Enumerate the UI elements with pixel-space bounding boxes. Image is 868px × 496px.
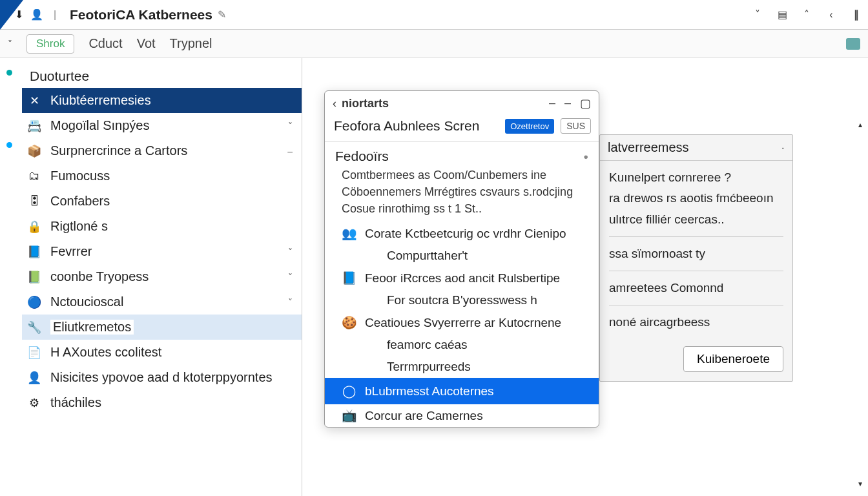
details-line-3: ssa sïmornoast ty [609, 243, 783, 264]
popup-primary-pill[interactable]: Ozettretov [505, 119, 554, 134]
sidebar-item-label: Kiubtéerremesies [50, 93, 151, 108]
popup-row-label: bLubrmesst Aucoternes [365, 384, 494, 398]
popup-back-label[interactable]: niortarts [342, 97, 389, 110]
details-line-4: amreetees Comonnd [609, 278, 783, 298]
popup-row-label: Feoor iRcrces aod ancit Rulsbertipe [365, 271, 560, 285]
popup-section-header: Fedooïrs [335, 149, 389, 164]
sidebar-item-7[interactable]: 📗coonbe Tryopess˅ [22, 264, 302, 289]
popup-row-label: Terrmrpurreeds [387, 360, 471, 374]
sidebar-item-icon: 🔒 [27, 220, 41, 234]
sidebar-item-4[interactable]: 🎛Confabers [22, 189, 302, 214]
app-accent-triangle [0, 0, 23, 30]
popup-row-8[interactable]: 📺Corcur are Camernes [325, 404, 599, 427]
sidebar-item-icon: 🎛 [27, 194, 41, 209]
popup-row-label: Ceatioues Svyerrerre ar Kutocrnene [365, 316, 561, 330]
sidebar-item-icon: 🔧 [27, 320, 41, 335]
sidebar-item-label: tháchiles [50, 395, 101, 410]
popup-min-icon[interactable]: – [549, 96, 555, 110]
popup-row-icon: 📺 [342, 408, 356, 423]
popup-panel: ‹ niortarts – – ▢ Feofora Aubnlees Scren… [324, 90, 599, 428]
details-card: latverreemess · Kuınelpert cornreree ? r… [599, 134, 793, 382]
edit-title-icon[interactable]: ✎ [218, 8, 226, 21]
show-button[interactable]: Shrok [26, 34, 74, 54]
popup-row-label: feamorc caéas [387, 338, 468, 352]
expand-icon[interactable]: ˅ [288, 297, 293, 307]
sidebar-item-8[interactable]: 🔵Nctoucioscal˅ [22, 289, 302, 315]
sidebar-item-label: Eliutkremetos [50, 320, 134, 335]
popup-max-icon[interactable]: ▢ [580, 96, 591, 110]
sidebar-item-icon: 📄 [27, 346, 41, 360]
popup-secondary-pill[interactable]: SUS [561, 118, 591, 134]
sidebar-item-icon: 📗 [27, 270, 41, 284]
popup-row-label: Corcur are Camernes [365, 409, 483, 423]
sidebar-item-label: H AXoutes ccolitest [50, 345, 161, 360]
sidebar-item-label: Mogoïlal Sınpýes [50, 118, 149, 133]
details-card-menu-icon[interactable]: · [781, 140, 785, 155]
expand-icon[interactable]: – [287, 146, 293, 156]
popup-row-icon: 📘 [342, 271, 356, 285]
sidebar-item-icon: 🗂 [27, 169, 41, 183]
sidebar-item-icon: 📦 [27, 144, 41, 158]
window-title: FeotoriCA Katbernees [70, 7, 212, 23]
sidebar-item-11[interactable]: 👤Nisicites ypovoe aad d ktoterppyorntes [22, 365, 302, 390]
popup-title: Feofora Aubnlees Scren [334, 118, 499, 134]
sidebar-item-9[interactable]: 🔧Eliutkremetos [22, 315, 302, 340]
titlebar-dropdown-icon[interactable]: ˅ [752, 9, 763, 21]
sidebar-item-label: coonbe Tryopess [50, 269, 149, 284]
scrollbar-down-icon[interactable]: ▾ [855, 479, 865, 490]
popup-row-icon: 👥 [342, 226, 356, 241]
popup-row-0[interactable]: 👥Corate Kctbeetcurig oc vrdhr Cienipo [325, 222, 599, 245]
sidebar-item-6[interactable]: 📘Fevrrer˅ [22, 239, 302, 264]
details-card-header: latverreemess [608, 140, 689, 155]
sidebar-item-icon: ✕ [27, 94, 41, 108]
popup-row-6[interactable]: Terrmrpurreeds [325, 356, 599, 378]
popup-row-4[interactable]: 🍪Ceatioues Svyerrerre ar Kutocrnene [325, 311, 599, 334]
sidebar-item-label: Fevrrer [50, 244, 92, 259]
rail-indicator-2 [6, 142, 12, 148]
popup-row-1[interactable]: Compurttaher't [325, 245, 599, 267]
popup-description: Comtbermees as Coom/Cunbemers ine Cöboen… [325, 167, 599, 222]
toolbar-tab-0[interactable]: Cduct [88, 36, 122, 51]
rail-indicator-1 [6, 70, 12, 76]
sidebar-item-10[interactable]: 📄H AXoutes ccolitest [22, 340, 302, 365]
expand-icon[interactable]: ˅ [288, 121, 293, 131]
toolbar-right-button[interactable] [846, 38, 860, 50]
popup-mid-icon[interactable]: – [564, 96, 571, 110]
sidebar-item-label: Fumocuss [50, 169, 110, 183]
toolbar-tab-2[interactable]: Trypnel [170, 36, 212, 51]
sidebar-item-icon: 🔵 [27, 295, 41, 309]
sidebar-item-0[interactable]: ✕Kiubtéerremesies [22, 88, 302, 113]
titlebar-back-icon[interactable]: ‹ [825, 9, 837, 21]
details-action-button[interactable]: Kuibeneroete [683, 346, 783, 372]
sidebar-item-5[interactable]: 🔒Rigtloné s [22, 214, 302, 239]
popup-back-icon[interactable]: ‹ [333, 97, 336, 110]
expand-icon[interactable]: ˅ [288, 272, 293, 282]
sidebar-item-3[interactable]: 🗂Fumocuss [22, 163, 302, 189]
scrollbar-up-icon[interactable]: ▴ [855, 120, 865, 130]
sidebar-header: Duoturtee [22, 65, 302, 88]
expand-icon[interactable]: ˅ [288, 247, 293, 257]
sidebar-item-icon: 📘 [27, 245, 41, 259]
sidebar-item-2[interactable]: 📦Surpnercrince a Cartors– [22, 138, 302, 163]
popup-row-7[interactable]: ◯bLubrmesst Aucoternes [325, 378, 599, 404]
popup-section-more-icon[interactable]: ● [583, 152, 588, 161]
sidebar-item-label: Nctoucioscal [50, 294, 123, 309]
details-line-2: ra drewos rs aootis fmćbeeoın ulıtrce fi… [609, 188, 783, 230]
popup-row-3[interactable]: For soutcra B'yoresswess h [325, 289, 599, 311]
title-divider: | [49, 9, 61, 21]
titlebar-up-icon[interactable]: ˄ [801, 9, 812, 21]
sidebar-item-label: Confabers [50, 194, 110, 209]
content-scrollbar[interactable]: ▴ ▾ [855, 120, 865, 490]
popup-row-label: Compurttaher't [387, 249, 468, 263]
sidebar-item-icon: 📇 [27, 119, 41, 133]
popup-row-5[interactable]: feamorc caéas [325, 334, 599, 356]
sidebar-item-label: Surpnercrince a Cartors [50, 143, 187, 158]
sidebar-item-12[interactable]: ⚙tháchiles [22, 390, 302, 415]
toolbar-collapse-icon[interactable]: ˅ [8, 39, 12, 49]
toolbar-tab-1[interactable]: Vot [137, 36, 156, 51]
titlebar-grid-icon[interactable]: ▤ [776, 9, 788, 21]
titlebar-pause-icon[interactable]: ∥ [850, 9, 862, 21]
popup-row-2[interactable]: 📘Feoor iRcrces aod ancit Rulsbertipe [325, 267, 599, 289]
sidebar-item-label: Nisicites ypovoe aad d ktoterppyorntes [50, 370, 273, 385]
sidebar-item-1[interactable]: 📇Mogoïlal Sınpýes˅ [22, 113, 302, 138]
